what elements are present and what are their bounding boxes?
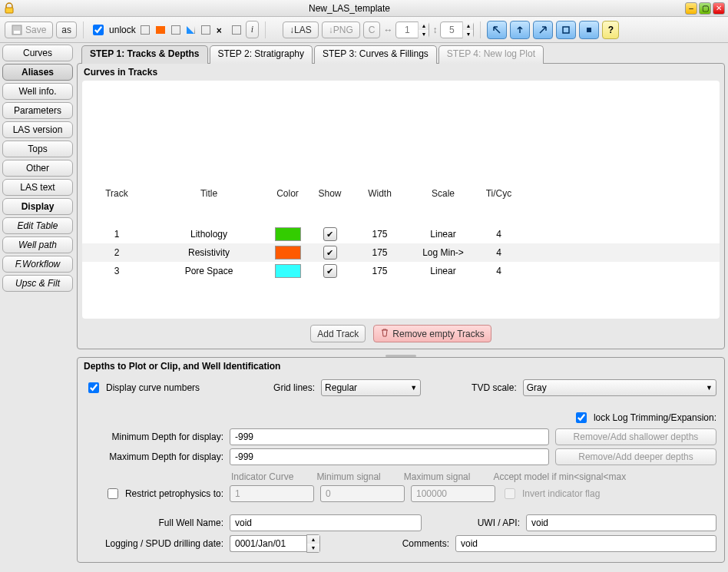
date-input[interactable] bbox=[230, 535, 306, 552]
sidebar-item-curves[interactable]: Curves bbox=[2, 45, 73, 61]
col-scale: Scale bbox=[409, 188, 478, 199]
vspin[interactable]: ▲▼ bbox=[440, 21, 474, 38]
nav-box-button[interactable] bbox=[556, 21, 576, 39]
cell-show[interactable]: ✔ bbox=[309, 246, 351, 260]
hspin-down[interactable]: ▼ bbox=[418, 30, 429, 38]
full-well-input[interactable] bbox=[230, 514, 422, 531]
marker-square-empty-4[interactable] bbox=[232, 25, 241, 35]
hspin[interactable]: ▲▼ bbox=[395, 21, 429, 38]
separator bbox=[83, 21, 84, 38]
cell-color[interactable] bbox=[266, 246, 309, 260]
sidebar-item-well-path[interactable]: Well path bbox=[2, 236, 73, 253]
hspin-value[interactable] bbox=[396, 24, 418, 36]
sidebar-item-aliases[interactable]: Aliases bbox=[2, 64, 73, 81]
cell-width: 175 bbox=[351, 266, 409, 276]
sidebar-item-well-info-[interactable]: Well info. bbox=[2, 83, 73, 100]
nav-up-button[interactable] bbox=[510, 21, 530, 39]
max-depth-label: Maximum Depth for display: bbox=[85, 451, 223, 462]
marker-square-empty-3[interactable] bbox=[201, 25, 210, 35]
indicator-input bbox=[230, 485, 314, 502]
date-up[interactable]: ▲ bbox=[307, 535, 319, 544]
remove-empty-tracks-button[interactable]: Remove empty Tracks bbox=[373, 325, 491, 342]
sidebar-item-las-version[interactable]: LAS version bbox=[2, 121, 73, 138]
marker-triangle-blue[interactable] bbox=[187, 26, 195, 34]
save-button[interactable]: Save bbox=[5, 21, 53, 38]
sidebar-item-other[interactable]: Other bbox=[2, 160, 73, 177]
sidebar-item-f-workflow[interactable]: F.Workflow bbox=[2, 256, 73, 273]
remove-shallow-button[interactable]: Remove/Add shallower depths bbox=[555, 428, 716, 445]
display-curve-numbers-checkbox[interactable] bbox=[88, 382, 99, 393]
col-ticyc: Ti/Cyc bbox=[478, 188, 520, 199]
add-track-button[interactable]: Add Track bbox=[310, 325, 366, 342]
nav-nw-button[interactable] bbox=[487, 21, 507, 39]
marker-square-empty[interactable] bbox=[141, 25, 150, 35]
export-png-button[interactable]: ↓PNG bbox=[322, 21, 360, 38]
cell-color[interactable] bbox=[266, 264, 309, 278]
grid-lines-select[interactable]: Regular ▼ bbox=[321, 379, 421, 396]
tab-step-4-new-log-plot: STEP 4: New log Plot bbox=[438, 45, 544, 64]
sidebar-item-tops[interactable]: Tops bbox=[2, 141, 73, 157]
export-las-button[interactable]: ↓LAS bbox=[283, 21, 319, 38]
info-button[interactable]: i bbox=[246, 21, 259, 38]
vspin-value[interactable] bbox=[441, 24, 462, 36]
close-button[interactable]: ✕ bbox=[713, 2, 725, 15]
marker-triangle-orange[interactable] bbox=[156, 26, 165, 34]
cell-color[interactable] bbox=[266, 227, 309, 241]
separator bbox=[480, 21, 481, 38]
cell-ticyc: 4 bbox=[478, 247, 520, 258]
date-down[interactable]: ▼ bbox=[307, 544, 319, 552]
tvd-scale-select[interactable]: Gray ▼ bbox=[523, 379, 716, 396]
marker-square-empty-2[interactable] bbox=[171, 25, 180, 35]
display-curve-numbers-label: Display curve numbers bbox=[106, 382, 200, 393]
save-as-button[interactable]: as bbox=[56, 21, 77, 38]
tab-step-3-curves-fillings[interactable]: STEP 3: Curves & Fillings bbox=[314, 45, 437, 64]
uwi-label: UWI / API: bbox=[443, 517, 520, 528]
tab-step-2-stratigraphy[interactable]: STEP 2: Stratigraphy bbox=[210, 45, 313, 64]
c-button[interactable]: C bbox=[363, 21, 381, 38]
date-field[interactable]: ▲▼ bbox=[230, 534, 320, 553]
titlebar: New_LAS_template – ▢ ✕ bbox=[0, 0, 728, 17]
main-toolbar: Save as unlock × i ↓LAS ↓PNG C ↔ ▲▼ ↕ ▲▼ bbox=[0, 17, 728, 43]
uwi-input[interactable] bbox=[526, 514, 716, 531]
sidebar-item-edit-table[interactable]: Edit Table bbox=[2, 217, 73, 234]
lock-trim-checkbox[interactable] bbox=[576, 412, 587, 423]
table-row[interactable]: 1Lithology✔175Linear4 bbox=[82, 225, 720, 243]
sidebar-item-parameters[interactable]: Parameters bbox=[2, 102, 73, 119]
track-actions: Add Track Remove empty Tracks bbox=[78, 320, 724, 349]
nav-stop-button[interactable] bbox=[579, 21, 599, 39]
help-button[interactable]: ? bbox=[602, 21, 619, 39]
trash-icon bbox=[380, 328, 389, 339]
display-curve-numbers-toggle[interactable]: Display curve numbers bbox=[85, 380, 200, 395]
comments-input[interactable] bbox=[455, 535, 716, 552]
vspin-up[interactable]: ▲ bbox=[462, 21, 473, 30]
restrict-label: Restrict petrophysics to: bbox=[125, 488, 223, 499]
col-show: Show bbox=[309, 188, 351, 199]
table-row[interactable]: 3Pore Space✔175Linear4 bbox=[82, 262, 720, 280]
sidebar-item-display[interactable]: Display bbox=[2, 198, 73, 215]
marker-x[interactable]: × bbox=[217, 25, 226, 35]
minimize-button[interactable]: – bbox=[685, 2, 697, 15]
remove-deep-button[interactable]: Remove/Add deeper depths bbox=[555, 448, 716, 465]
sidebar-item-upsc-filt[interactable]: Upsc & Filt bbox=[2, 275, 73, 292]
head-indicator: Indicator Curve bbox=[231, 471, 293, 482]
depths-panel-title: Depths to Plot or Clip, and Well Identif… bbox=[78, 358, 724, 373]
maximize-button[interactable]: ▢ bbox=[699, 2, 711, 15]
tab-step-1-tracks-depths[interactable]: STEP 1: Tracks & Depths bbox=[81, 45, 208, 64]
max-depth-input[interactable] bbox=[230, 448, 549, 465]
curves-panel-title: Curves in Tracks bbox=[78, 64, 724, 79]
cell-show[interactable]: ✔ bbox=[309, 264, 351, 278]
hspin-up[interactable]: ▲ bbox=[418, 21, 429, 30]
tracks-rows: 1Lithology✔175Linear42Resistivity✔175Log… bbox=[82, 225, 720, 280]
unlock-toggle[interactable]: unlock bbox=[90, 22, 136, 38]
restrict-checkbox[interactable] bbox=[108, 488, 118, 499]
min-depth-input[interactable] bbox=[230, 428, 549, 445]
nav-ne-button[interactable] bbox=[533, 21, 553, 39]
sidebar-item-las-text[interactable]: LAS text bbox=[2, 179, 73, 196]
vspin-down[interactable]: ▼ bbox=[462, 30, 473, 38]
step-tabs: STEP 1: Tracks & DepthsSTEP 2: Stratigra… bbox=[77, 45, 725, 63]
cell-show[interactable]: ✔ bbox=[309, 227, 351, 241]
grid-lines-value: Regular bbox=[325, 382, 357, 393]
min-depth-label: Minimum Depth for display: bbox=[85, 431, 223, 442]
table-row[interactable]: 2Resistivity✔175Log Min->4 bbox=[82, 243, 720, 262]
unlock-checkbox[interactable] bbox=[93, 25, 104, 35]
